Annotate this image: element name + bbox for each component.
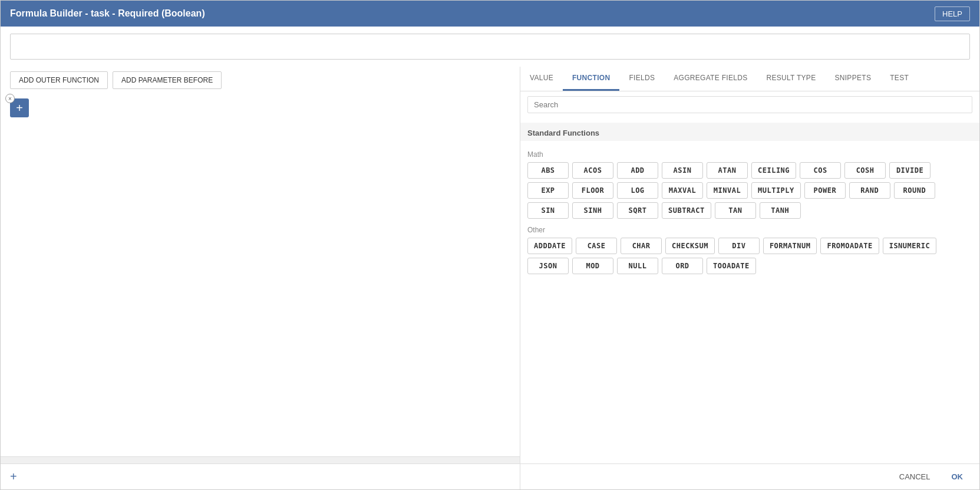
- help-button[interactable]: HELP: [935, 6, 970, 21]
- node-close-button[interactable]: ×: [5, 94, 15, 103]
- function-btn-divide[interactable]: DIVIDE: [889, 162, 930, 179]
- title-bar: Formula Builder - task - Required (Boole…: [1, 1, 979, 27]
- tab-value[interactable]: VALUE: [520, 67, 563, 91]
- toolbar: ADD OUTER FUNCTION ADD PARAMETER BEFORE: [1, 67, 520, 94]
- canvas-area: × +: [1, 94, 520, 456]
- function-btn-tan[interactable]: TAN: [715, 202, 756, 219]
- standard-functions-header: Standard Functions: [520, 123, 979, 141]
- plus-icon: +: [16, 101, 23, 115]
- function-btn-log[interactable]: LOG: [617, 182, 658, 199]
- app-window: Formula Builder - task - Required (Boole…: [0, 0, 980, 490]
- bottom-bar-left: +: [1, 463, 520, 489]
- function-btn-json[interactable]: JSON: [527, 258, 569, 274]
- function-btn-cos[interactable]: COS: [800, 162, 841, 179]
- math-header: Math: [527, 146, 972, 162]
- function-btn-subtract[interactable]: SUBTRACT: [662, 202, 711, 219]
- function-btn-rand[interactable]: RAND: [849, 182, 890, 199]
- bottom-buttons: CANCEL OK: [520, 463, 979, 489]
- function-btn-exp[interactable]: EXP: [527, 182, 569, 199]
- function-btn-multiply[interactable]: MULTIPLY: [751, 182, 801, 199]
- window-title: Formula Builder - task - Required (Boole…: [10, 8, 205, 19]
- tab-fields[interactable]: FIELDS: [619, 67, 664, 91]
- other-functions-grid: ADDDATECASECHARCHECKSUMDIVFORMATNUMFROMO…: [527, 238, 972, 277]
- math-functions-grid: ABSACOSADDASINATANCEILINGCOSCOSHDIVIDEEX…: [527, 162, 972, 221]
- functions-list[interactable]: Standard Functions Math ABSACOSADDASINAT…: [520, 118, 979, 463]
- search-area: [520, 91, 979, 118]
- function-btn-fromoadate[interactable]: FROMOADATE: [820, 238, 879, 254]
- function-btn-maxval[interactable]: MAXVAL: [662, 182, 703, 199]
- function-btn-sqrt[interactable]: SQRT: [617, 202, 658, 219]
- other-header: Other: [527, 221, 972, 238]
- right-panel: VALUE FUNCTION FIELDS AGGREGATE FIELDS R…: [520, 67, 979, 489]
- formula-input[interactable]: [10, 34, 970, 60]
- function-btn-div[interactable]: DIV: [718, 238, 760, 254]
- tab-function[interactable]: FUNCTION: [563, 67, 619, 91]
- function-btn-atan[interactable]: ATAN: [707, 162, 748, 179]
- function-btn-tanh[interactable]: TANH: [760, 202, 801, 219]
- function-btn-ceiling[interactable]: CEILING: [751, 162, 796, 179]
- function-btn-round[interactable]: ROUND: [894, 182, 935, 199]
- function-btn-abs[interactable]: ABS: [527, 162, 569, 179]
- tabs-bar: VALUE FUNCTION FIELDS AGGREGATE FIELDS R…: [520, 67, 979, 91]
- function-btn-adddate[interactable]: ADDDATE: [527, 238, 572, 254]
- function-btn-mod[interactable]: MOD: [572, 258, 613, 274]
- function-btn-add[interactable]: ADD: [617, 162, 658, 179]
- function-btn-minval[interactable]: MINVAL: [707, 182, 748, 199]
- main-content: ADD OUTER FUNCTION ADD PARAMETER BEFORE …: [1, 67, 979, 489]
- function-btn-ord[interactable]: ORD: [662, 258, 703, 274]
- function-btn-formatnum[interactable]: FORMATNUM: [763, 238, 817, 254]
- tab-result-type[interactable]: RESULT TYPE: [757, 67, 825, 91]
- tab-snippets[interactable]: SNIPPETS: [825, 67, 880, 91]
- function-btn-sinh[interactable]: SINH: [572, 202, 613, 219]
- add-formula-icon[interactable]: +: [10, 470, 17, 484]
- search-input[interactable]: [527, 96, 972, 113]
- function-btn-sin[interactable]: SIN: [527, 202, 569, 219]
- canvas-scrollbar[interactable]: [1, 456, 520, 463]
- function-btn-checksum[interactable]: CHECKSUM: [665, 238, 715, 254]
- function-btn-acos[interactable]: ACOS: [572, 162, 613, 179]
- function-btn-power[interactable]: POWER: [804, 182, 846, 199]
- function-btn-floor[interactable]: FLOOR: [572, 182, 613, 199]
- add-outer-function-button[interactable]: ADD OUTER FUNCTION: [10, 71, 108, 89]
- close-icon: ×: [8, 96, 12, 102]
- function-btn-null[interactable]: NULL: [617, 258, 658, 274]
- add-parameter-before-button[interactable]: ADD PARAMETER BEFORE: [113, 71, 222, 89]
- function-btn-cosh[interactable]: COSH: [844, 162, 886, 179]
- function-btn-char[interactable]: CHAR: [621, 238, 662, 254]
- tab-aggregate-fields[interactable]: AGGREGATE FIELDS: [664, 67, 757, 91]
- function-btn-isnumeric[interactable]: ISNUMERIC: [883, 238, 937, 254]
- formula-area: [1, 27, 979, 67]
- tab-test[interactable]: TEST: [880, 67, 918, 91]
- function-btn-tooadate[interactable]: TOOADATE: [707, 258, 756, 274]
- formula-node: × +: [10, 98, 29, 117]
- left-panel: ADD OUTER FUNCTION ADD PARAMETER BEFORE …: [1, 67, 520, 489]
- ok-button[interactable]: OK: [945, 469, 971, 485]
- function-btn-asin[interactable]: ASIN: [662, 162, 703, 179]
- panel-content: Standard Functions Math ABSACOSADDASINAT…: [520, 91, 979, 463]
- function-btn-case[interactable]: CASE: [576, 238, 617, 254]
- cancel-button[interactable]: CANCEL: [892, 469, 938, 485]
